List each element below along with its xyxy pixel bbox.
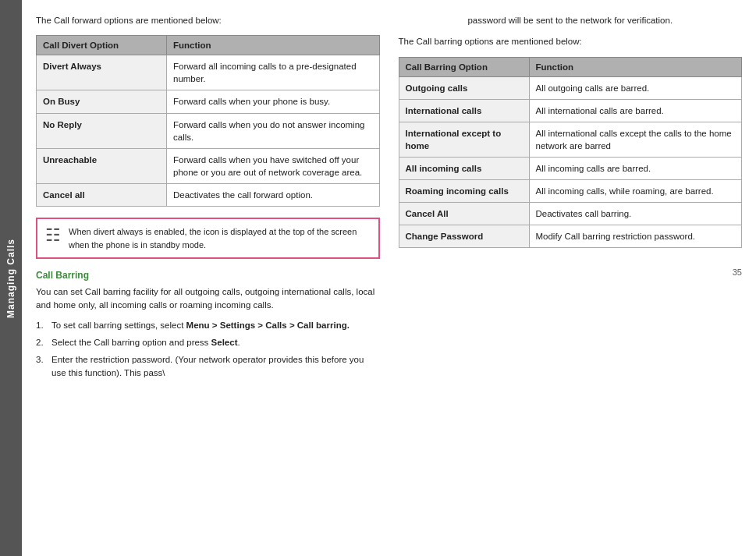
- table-row: No ReplyForward calls when you do not an…: [37, 113, 380, 148]
- step-number: 1.: [36, 319, 47, 332]
- list-item: 3.Enter the restriction password. (Your …: [36, 353, 380, 381]
- right-intro-bottom: The Call barring options are mentioned b…: [399, 35, 743, 48]
- table-row: Cancel allDeactivates the call forward o…: [37, 183, 380, 206]
- table-cell-option: Roaming incoming calls: [399, 179, 529, 202]
- call-barring-table: Call Barring Option Function Outgoing ca…: [399, 57, 743, 249]
- right-column: password will be sent to the network for…: [399, 14, 743, 542]
- table-cell-function: All international calls except the calls…: [529, 122, 742, 157]
- table-row: Divert AlwaysForward all incoming calls …: [37, 55, 380, 90]
- sidebar-label: Managing Calls: [5, 239, 16, 318]
- step-number: 2.: [36, 336, 47, 349]
- table-cell-option: International except to home: [399, 122, 529, 157]
- page-number: 35: [733, 267, 742, 277]
- left-column: The Call forward options are mentioned b…: [36, 14, 380, 542]
- table-cell-option: Cancel All: [399, 203, 529, 225]
- table-cell-option: Divert Always: [37, 55, 167, 90]
- step-text: To set call barring settings, select Men…: [51, 319, 350, 332]
- steps-list: 1.To set call barring settings, select M…: [36, 319, 380, 381]
- table-cell-function: All incoming calls are barred.: [529, 157, 742, 179]
- table-cell-option: Change Password: [399, 225, 529, 248]
- step-text: Select the Call barring option and press…: [51, 336, 240, 349]
- main-content: The Call forward options are mentioned b…: [22, 0, 756, 556]
- table-cell-function: Deactivates the call forward option.: [167, 183, 380, 206]
- table-cell-function: Forward calls when you do not answer inc…: [167, 113, 380, 148]
- table-cell-option: All incoming calls: [399, 157, 529, 179]
- list-item: 2.Select the Call barring option and pre…: [36, 336, 380, 349]
- table-cell-function: All incoming calls, while roaming, are b…: [529, 179, 742, 202]
- table-cell-option: On Busy: [37, 90, 167, 113]
- note-text: When divert always is enabled, the icon …: [69, 225, 371, 251]
- table-row: On BusyForward calls when your phone is …: [37, 90, 380, 113]
- call-barring-heading: Call Barring: [36, 270, 380, 281]
- table-cell-function: Deactivates call barring.: [529, 203, 742, 225]
- divert-table-header-option: Call Divert Option: [37, 36, 167, 55]
- table-cell-function: All outgoing calls are barred.: [529, 76, 742, 99]
- divert-table-header-function: Function: [167, 36, 380, 55]
- table-cell-function: Modify Call barring restriction password…: [529, 225, 742, 248]
- barring-table-header-option: Call Barring Option: [399, 57, 529, 76]
- table-row: International callsAll international cal…: [399, 99, 742, 122]
- call-divert-table: Call Divert Option Function Divert Alway…: [36, 35, 380, 207]
- table-row: All incoming callsAll incoming calls are…: [399, 157, 742, 179]
- call-barring-body: You can set Call barring facility for al…: [36, 285, 380, 313]
- table-row: Outgoing callsAll outgoing calls are bar…: [399, 76, 742, 99]
- table-cell-function: Forward all incoming calls to a pre-desi…: [167, 55, 380, 90]
- table-row: UnreachableForward calls when you have s…: [37, 148, 380, 183]
- table-cell-option: International calls: [399, 99, 529, 122]
- table-row: Change PasswordModify Call barring restr…: [399, 225, 742, 248]
- table-row: International except to homeAll internat…: [399, 122, 742, 157]
- step-number: 3.: [36, 353, 47, 381]
- table-cell-option: No Reply: [37, 113, 167, 148]
- right-intro-top: password will be sent to the network for…: [399, 14, 743, 27]
- list-item: 1.To set call barring settings, select M…: [36, 319, 380, 332]
- table-cell-function: All international calls are barred.: [529, 99, 742, 122]
- table-cell-function: Forward calls when you have switched off…: [167, 148, 380, 183]
- note-box: ☷ When divert always is enabled, the ico…: [36, 218, 380, 259]
- table-row: Cancel AllDeactivates call barring.: [399, 203, 742, 225]
- table-cell-function: Forward calls when your phone is busy.: [167, 90, 380, 113]
- table-cell-option: Unreachable: [37, 148, 167, 183]
- barring-table-header-function: Function: [529, 57, 742, 76]
- sidebar-tab: Managing Calls: [0, 0, 22, 556]
- step-text: Enter the restriction password. (Your ne…: [51, 353, 380, 381]
- left-intro-text: The Call forward options are mentioned b…: [36, 14, 380, 27]
- table-row: Roaming incoming callsAll incoming calls…: [399, 179, 742, 202]
- table-cell-option: Cancel all: [37, 183, 167, 206]
- table-cell-option: Outgoing calls: [399, 76, 529, 99]
- note-icon: ☷: [45, 227, 61, 244]
